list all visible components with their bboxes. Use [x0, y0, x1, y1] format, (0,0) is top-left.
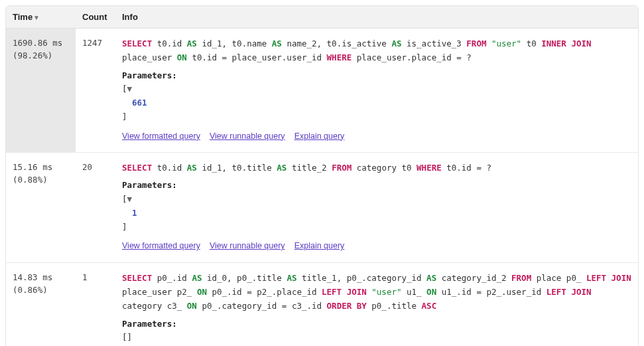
parameters-body[interactable]: [] [122, 330, 631, 344]
parameters-body[interactable]: [▼ 1 ] [122, 192, 631, 234]
table-row: 1690.86 ms(98.26%)1247SELECT t0.id AS id… [6, 29, 638, 153]
view-formatted-query-link[interactable]: View formatted query [122, 241, 200, 250]
time-pct: (0.86%) [13, 284, 69, 296]
query-actions: View formatted queryView runnable queryE… [122, 130, 631, 143]
sql-query: SELECT t0.id AS id_1, t0.title AS title_… [122, 161, 631, 175]
col-header-count-label: Count [82, 12, 107, 22]
parameters-body[interactable]: [▼ 661 ] [122, 82, 631, 124]
view-runnable-query-link[interactable]: View runnable query [210, 241, 285, 250]
query-table: Time▼ Count Info 1690.86 ms(98.26%)1247S… [6, 6, 638, 346]
count-cell: 1247 [76, 29, 115, 153]
time-pct: (98.26%) [13, 49, 69, 62]
param-value: 661 [132, 98, 147, 108]
col-header-info[interactable]: Info [115, 6, 638, 29]
time-ms: 1690.86 ms [13, 37, 69, 49]
count-cell: 1 [76, 262, 115, 346]
time-ms: 14.83 ms [13, 271, 69, 284]
info-cell: SELECT p0_.id AS id_0, p0_.title AS titl… [115, 262, 638, 346]
info-cell: SELECT t0.id AS id_1, t0.name AS name_2,… [115, 29, 638, 153]
chevron-down-icon[interactable]: ▼ [127, 84, 133, 94]
info-cell: SELECT t0.id AS id_1, t0.title AS title_… [115, 153, 638, 263]
parameters-label: Parameters: [122, 69, 631, 82]
time-ms: 15.16 ms [13, 161, 69, 173]
table-row: 15.16 ms(0.88%)20SELECT t0.id AS id_1, t… [6, 153, 638, 263]
parameters-label: Parameters: [122, 317, 631, 330]
explain-query-link[interactable]: Explain query [294, 241, 345, 250]
time-cell: 14.83 ms(0.86%) [6, 262, 76, 346]
chevron-down-icon[interactable]: ▼ [127, 194, 133, 204]
parameters-label: Parameters: [122, 179, 631, 191]
count-cell: 20 [76, 153, 115, 263]
query-actions: View formatted queryView runnable queryE… [122, 239, 631, 252]
time-cell: 15.16 ms(0.88%) [6, 153, 76, 263]
view-runnable-query-link[interactable]: View runnable query [210, 131, 285, 141]
view-formatted-query-link[interactable]: View formatted query [122, 131, 200, 141]
time-cell: 1690.86 ms(98.26%) [6, 29, 76, 153]
param-value: 1 [132, 208, 137, 218]
col-header-time-label: Time [13, 12, 32, 22]
explain-query-link[interactable]: Explain query [294, 131, 345, 141]
col-header-count[interactable]: Count [76, 6, 115, 29]
col-header-info-label: Info [122, 12, 138, 22]
table-row: 14.83 ms(0.86%)1SELECT p0_.id AS id_0, p… [6, 262, 638, 346]
sql-query: SELECT p0_.id AS id_0, p0_.title AS titl… [122, 271, 631, 313]
query-log-panel: Time▼ Count Info 1690.86 ms(98.26%)1247S… [5, 5, 639, 346]
sort-desc-icon: ▼ [33, 14, 40, 21]
col-header-time[interactable]: Time▼ [6, 6, 76, 29]
time-pct: (0.88%) [13, 173, 69, 186]
sql-query: SELECT t0.id AS id_1, t0.name AS name_2,… [122, 37, 631, 65]
